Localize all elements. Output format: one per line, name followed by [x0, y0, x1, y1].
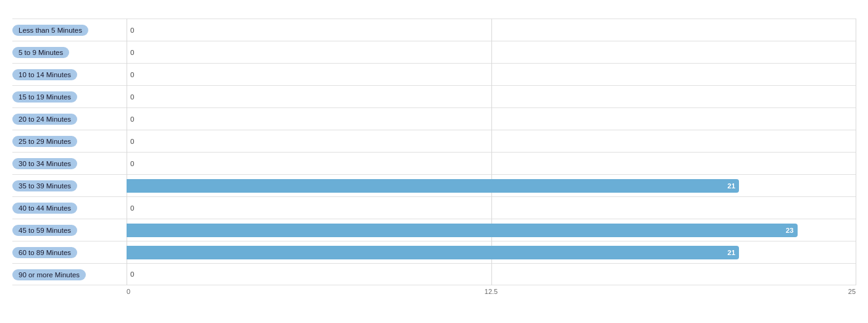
x-axis-label: 25 [612, 288, 856, 295]
bar-value-outside: 0 [127, 138, 134, 145]
bar-section: 0 [127, 153, 856, 174]
x-axis: 012.525 [12, 288, 856, 295]
label-pill: 20 to 24 Minutes [12, 114, 77, 125]
bar: 21 [127, 179, 739, 193]
bar-row: 30 to 34 Minutes0 [12, 152, 856, 174]
row-label: 60 to 89 Minutes [12, 246, 127, 258]
label-pill: Less than 5 Minutes [12, 25, 88, 36]
row-label: 5 to 9 Minutes [12, 46, 127, 58]
bar-row: 90 or more Minutes0 [12, 263, 856, 285]
bar: 23 [127, 224, 798, 237]
bar-section: 21 [127, 241, 856, 263]
grid-line [856, 19, 856, 285]
row-label: 30 to 34 Minutes [12, 157, 127, 169]
x-axis-label: 12.5 [370, 288, 613, 295]
bar-section: 0 [127, 41, 856, 63]
bar-row: 25 to 29 Minutes0 [12, 130, 856, 152]
bar-rows: Less than 5 Minutes05 to 9 Minutes010 to… [12, 19, 856, 285]
bar-section: 21 [127, 175, 856, 196]
bar-row: 60 to 89 Minutes21 [12, 241, 856, 263]
chart-container: Less than 5 Minutes05 to 9 Minutes010 to… [0, 0, 868, 320]
bar-row: 5 to 9 Minutes0 [12, 41, 856, 63]
bar-value-outside: 0 [127, 71, 134, 78]
label-pill: 25 to 29 Minutes [12, 136, 77, 147]
row-label: 20 to 24 Minutes [12, 113, 127, 125]
row-label: 25 to 29 Minutes [12, 135, 127, 147]
label-pill: 35 to 39 Minutes [12, 180, 77, 191]
row-label: 35 to 39 Minutes [12, 180, 127, 191]
label-pill: 40 to 44 Minutes [12, 203, 77, 214]
label-pill: 5 to 9 Minutes [12, 47, 69, 58]
bar-section: 0 [127, 19, 856, 41]
bar-value-outside: 0 [127, 160, 134, 167]
bar-row: 35 to 39 Minutes21 [12, 174, 856, 196]
chart-area: Less than 5 Minutes05 to 9 Minutes010 to… [12, 19, 856, 285]
bar-value: 21 [727, 249, 739, 256]
row-label: 90 or more Minutes [12, 269, 127, 280]
bar-section: 0 [127, 86, 856, 107]
bar-row: Less than 5 Minutes0 [12, 19, 856, 41]
row-label: Less than 5 Minutes [12, 24, 127, 36]
label-pill: 90 or more Minutes [12, 269, 86, 280]
bar-section: 0 [127, 130, 856, 152]
bar: 21 [127, 246, 739, 259]
bar-section: 0 [127, 64, 856, 85]
bar-value-outside: 0 [127, 271, 134, 278]
bar-section: 0 [127, 197, 856, 219]
bar-value: 23 [786, 227, 798, 234]
row-label: 15 to 19 Minutes [12, 91, 127, 103]
row-label: 40 to 44 Minutes [12, 202, 127, 214]
bar-value-outside: 0 [127, 27, 134, 34]
bar-section: 0 [127, 108, 856, 130]
bar-row: 40 to 44 Minutes0 [12, 196, 856, 219]
bar-row: 15 to 19 Minutes0 [12, 85, 856, 107]
bar-row: 10 to 14 Minutes0 [12, 63, 856, 85]
bar-value-outside: 0 [127, 49, 134, 56]
label-pill: 45 to 59 Minutes [12, 225, 77, 236]
bar-value: 21 [727, 182, 739, 190]
bar-value-outside: 0 [127, 204, 134, 212]
bar-section: 0 [127, 264, 856, 285]
bar-row: 20 to 24 Minutes0 [12, 107, 856, 130]
label-pill: 10 to 14 Minutes [12, 69, 77, 80]
x-axis-label: 0 [127, 288, 370, 295]
bar-value-outside: 0 [127, 115, 134, 123]
row-label: 45 to 59 Minutes [12, 224, 127, 236]
label-pill: 15 to 19 Minutes [12, 91, 77, 103]
bar-section: 23 [127, 219, 856, 241]
bar-row: 45 to 59 Minutes23 [12, 219, 856, 241]
row-label: 10 to 14 Minutes [12, 69, 127, 80]
label-pill: 30 to 34 Minutes [12, 158, 77, 169]
label-pill: 60 to 89 Minutes [12, 247, 77, 258]
bar-value-outside: 0 [127, 93, 134, 101]
